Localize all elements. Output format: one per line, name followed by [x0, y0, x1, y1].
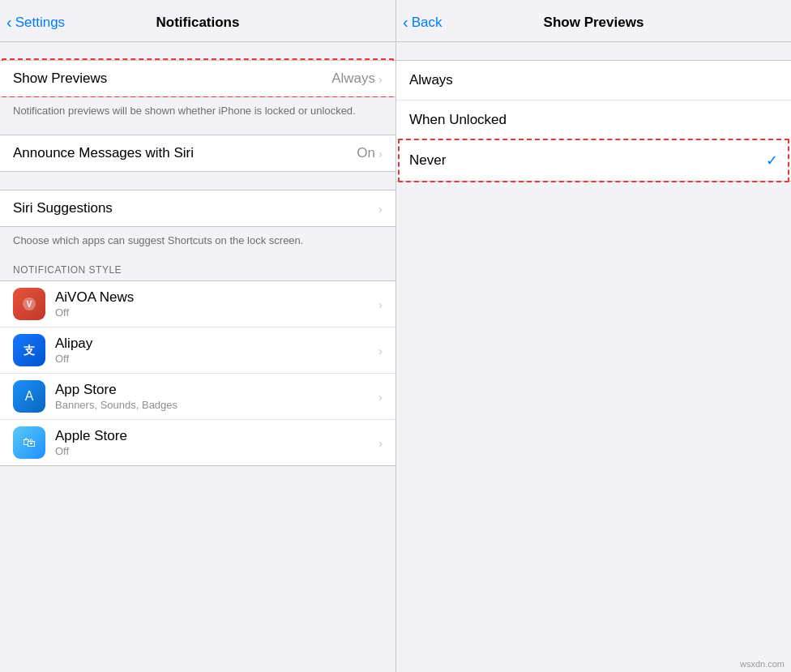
appstore-text: App Store Banners, Sounds, Badges: [55, 382, 378, 411]
aivoa-chevron: ›: [378, 297, 383, 311]
show-previews-item[interactable]: Show Previews Always ›: [0, 61, 396, 96]
never-wrapper: Never ✓: [396, 140, 791, 181]
alipay-name: Alipay: [55, 336, 378, 352]
app-item-applestore[interactable]: 🛍 Apple Store Off ›: [0, 420, 396, 465]
announce-messages-section: Announce Messages with Siri On ›: [0, 135, 396, 172]
announce-messages-item[interactable]: Announce Messages with Siri On ›: [0, 135, 396, 171]
aivoa-subtitle: Off: [55, 306, 378, 319]
applestore-icon: 🛍: [13, 426, 45, 459]
notification-style-header: NOTIFICATION STYLE: [0, 258, 396, 280]
left-panel: ‹ Settings Notifications Show Previews A…: [0, 0, 396, 672]
aivoa-name: AiVOA News: [55, 289, 378, 306]
when-unlocked-label: When Unlocked: [409, 112, 507, 128]
right-nav-bar: ‹ Back Show Previews: [396, 0, 791, 42]
announce-messages-right: On ›: [357, 145, 383, 161]
right-back-label: Back: [412, 15, 443, 31]
siri-suggestions-section: Siri Suggestions ›: [0, 190, 396, 227]
always-option[interactable]: Always: [396, 61, 791, 101]
alipay-text: Alipay Off: [55, 336, 378, 365]
never-option[interactable]: Never ✓: [396, 140, 791, 181]
show-previews-label: Show Previews: [13, 71, 107, 87]
show-previews-chevron: ›: [378, 72, 383, 86]
aivoa-icon: V: [13, 288, 45, 320]
show-previews-description: Notification previews will be shown whet…: [0, 97, 396, 128]
show-previews-value: Always: [331, 71, 375, 87]
aivoa-text: AiVOA News Off: [55, 289, 378, 319]
alipay-subtitle: Off: [55, 353, 378, 365]
preview-options-list: Always When Unlocked Never ✓: [396, 60, 791, 182]
appstore-chevron: ›: [378, 390, 383, 404]
always-label: Always: [409, 72, 453, 88]
svg-text:支: 支: [23, 344, 36, 357]
siri-suggestions-item[interactable]: Siri Suggestions ›: [0, 190, 396, 226]
watermark: wsxdn.com: [740, 659, 785, 669]
app-item-alipay[interactable]: 支 Alipay Off ›: [0, 327, 396, 374]
right-content: Always When Unlocked Never ✓: [396, 42, 791, 672]
applestore-name: Apple Store: [55, 428, 378, 444]
spacer-2: [0, 172, 396, 190]
left-nav-title: Notifications: [156, 15, 240, 31]
settings-back-button[interactable]: ‹ Settings: [6, 13, 65, 32]
show-previews-list: Show Previews Always ›: [0, 60, 396, 97]
announce-chevron: ›: [378, 147, 383, 161]
right-top-spacer: [396, 42, 791, 60]
siri-chevron: ›: [378, 202, 383, 216]
siri-suggestions-label: Siri Suggestions: [13, 200, 113, 216]
app-item-aivoa[interactable]: V AiVOA News Off ›: [0, 281, 396, 327]
show-previews-right: Always ›: [331, 71, 383, 87]
left-content-area: Show Previews Always › Notification prev…: [0, 42, 396, 672]
appstore-subtitle: Banners, Sounds, Badges: [55, 399, 378, 411]
applestore-text: Apple Store Off: [55, 428, 378, 457]
alipay-chevron: ›: [378, 344, 383, 357]
right-panel: ‹ Back Show Previews Always When Unlocke…: [396, 0, 791, 672]
appstore-icon: A: [13, 380, 45, 413]
back-button-label: Settings: [15, 15, 65, 31]
spacer-1: [0, 128, 396, 135]
never-checkmark: ✓: [766, 152, 778, 169]
top-spacer: [0, 42, 396, 60]
announce-messages-value: On: [357, 145, 375, 161]
svg-text:A: A: [25, 389, 34, 403]
app-item-appstore[interactable]: A App Store Banners, Sounds, Badges ›: [0, 374, 396, 420]
siri-description: Choose which apps can suggest Shortcuts …: [0, 227, 396, 258]
when-unlocked-option[interactable]: When Unlocked: [396, 101, 791, 140]
right-nav-title: Show Previews: [544, 15, 644, 31]
right-back-chevron-icon: ‹: [403, 13, 408, 32]
back-button[interactable]: ‹ Back: [403, 13, 442, 32]
applestore-chevron: ›: [378, 436, 383, 450]
show-previews-section: Show Previews Always ›: [0, 60, 396, 97]
alipay-icon: 支: [13, 334, 45, 366]
app-list: V AiVOA News Off › 支 Alipay Off: [0, 280, 396, 466]
announce-messages-label: Announce Messages with Siri: [13, 145, 194, 161]
never-label: Never: [409, 152, 446, 169]
back-chevron-icon: ‹: [6, 13, 12, 32]
siri-suggestions-right: ›: [378, 202, 383, 216]
left-nav-bar: ‹ Settings Notifications: [0, 0, 396, 42]
applestore-subtitle: Off: [55, 445, 378, 457]
bottom-spacer: [0, 466, 396, 484]
svg-text:🛍: 🛍: [23, 435, 36, 449]
svg-text:V: V: [27, 300, 32, 309]
appstore-name: App Store: [55, 382, 378, 398]
